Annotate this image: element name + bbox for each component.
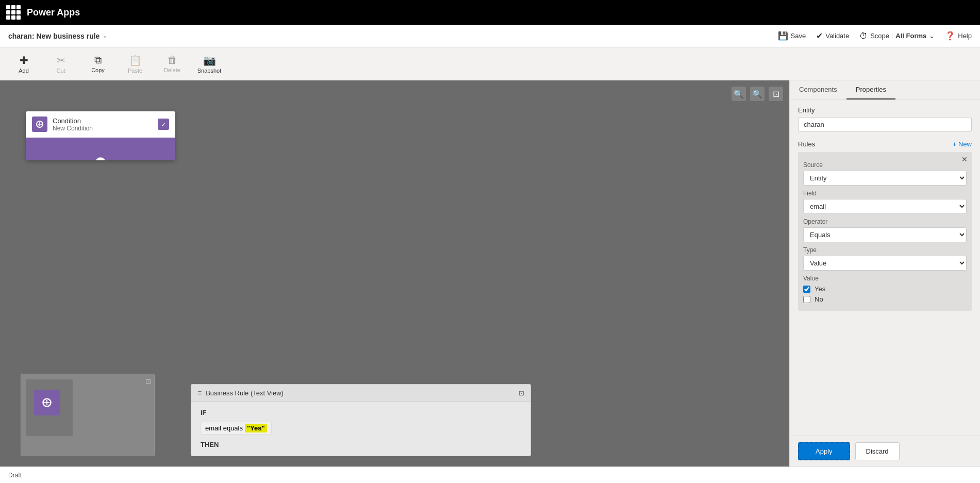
field-label: Field [803, 190, 967, 197]
textview-if-label: IF [201, 409, 521, 417]
toolbar: ✚ Add ✂ Cut ⧉ Copy 📋 Paste 🗑 Delete 📷 Sn… [0, 47, 980, 80]
textview-condition-value: "Yes" [245, 424, 267, 432]
headerbar-left: charan: New business rule ⌄ [8, 32, 107, 40]
main-area: 🔍 🔍 ⊡ Condition [0, 80, 980, 467]
rules-label: Rules [798, 140, 815, 148]
yes-checkbox[interactable] [803, 286, 810, 293]
operator-select[interactable]: Equals Does Not Equal Contains Begins Wi… [803, 227, 967, 242]
right-panel: Components Properties Entity Rules + New… [789, 80, 980, 467]
type-select[interactable]: Value Field Formula [803, 256, 967, 271]
tab-components[interactable]: Components [790, 80, 846, 99]
snapshot-button[interactable]: 📷 Snapshot [192, 51, 227, 77]
textview-panel: ≡ Business Rule (Text View) ⊡ IF email e… [191, 384, 531, 456]
panel-footer: Apply Discard [790, 436, 980, 467]
canvas-controls: 🔍 🔍 ⊡ [732, 87, 783, 101]
save-button[interactable]: 💾 Save [778, 31, 806, 41]
help-icon: ❓ [945, 31, 955, 41]
textview-then-label: THEN [201, 441, 521, 448]
copy-button[interactable]: ⧉ Copy [80, 51, 115, 77]
operator-label: Operator [803, 218, 967, 225]
apply-button[interactable]: Apply [798, 442, 850, 460]
waffle-menu[interactable] [6, 5, 21, 20]
fit-screen-button[interactable]: ⊡ [769, 87, 783, 101]
save-icon: 💾 [778, 31, 788, 41]
no-checkbox-row: No [803, 295, 967, 303]
field-select[interactable]: email name phone [803, 199, 967, 214]
scope-button[interactable]: ⏱ Scope : All Forms ⌄ [859, 31, 935, 41]
scope-chevron: ⌄ [929, 32, 935, 40]
no-checkbox[interactable] [803, 296, 810, 303]
headerbar: charan: New business rule ⌄ 💾 Save ✔ Val… [0, 25, 980, 47]
value-section: Value Yes No [803, 275, 967, 303]
delete-icon: 🗑 [167, 54, 177, 66]
minimap-node [34, 390, 60, 415]
zoom-in-button[interactable]: 🔍 [750, 87, 765, 101]
rule-title-chevron[interactable]: ⌄ [103, 32, 107, 39]
panel-tabs: Components Properties [790, 80, 980, 100]
cut-button[interactable]: ✂ Cut [43, 51, 78, 77]
textview-title: Business Rule (Text View) [206, 389, 284, 397]
no-label[interactable]: No [815, 295, 823, 303]
app-title: Power Apps [27, 7, 80, 18]
validate-icon: ✔ [816, 31, 823, 41]
tab-properties[interactable]: Properties [846, 80, 895, 99]
paste-icon: 📋 [129, 54, 142, 66]
copy-icon: ⧉ [94, 54, 102, 66]
paste-button[interactable]: 📋 Paste [118, 51, 153, 77]
condition-text-block: Condition New Condition [53, 117, 93, 132]
condition-header: Condition New Condition ✓ [26, 111, 175, 138]
textview-expand-button[interactable]: ⊡ [519, 389, 524, 397]
topbar: Power Apps [0, 0, 980, 25]
yes-label[interactable]: Yes [815, 285, 825, 293]
textview-condition: email equals "Yes" [201, 422, 272, 435]
help-button[interactable]: ❓ Help [945, 31, 972, 41]
condition-node-icon [32, 116, 47, 132]
entity-input[interactable] [798, 117, 972, 132]
value-label: Value [803, 275, 967, 282]
minimap: ⊡ [21, 374, 155, 456]
zoom-in-icon: 🔍 [752, 89, 762, 99]
source-select[interactable]: Entity User System [803, 171, 967, 186]
fit-screen-icon: ⊡ [773, 89, 779, 99]
zoom-out-button[interactable]: 🔍 [732, 87, 746, 101]
entity-label: Entity [798, 106, 972, 114]
new-rule-button[interactable]: + New [953, 140, 972, 148]
textview-icon: ≡ [197, 389, 202, 397]
rule-card: ✕ Source Entity User System Field email … [798, 152, 972, 311]
delete-button[interactable]: 🗑 Delete [155, 51, 190, 77]
zoom-out-icon: 🔍 [734, 89, 744, 99]
add-icon: ✚ [20, 54, 28, 66]
source-label: Source [803, 161, 967, 169]
condition-title: Condition [53, 117, 93, 125]
textview-header: ≡ Business Rule (Text View) ⊡ [191, 385, 530, 402]
canvas[interactable]: 🔍 🔍 ⊡ Condition [0, 80, 789, 467]
condition-check-icon: ✓ [158, 119, 169, 130]
textview-condition-text: email equals [205, 424, 243, 432]
rule-close-button[interactable]: ✕ [961, 155, 968, 163]
validate-button[interactable]: ✔ Validate [816, 31, 849, 41]
statusbar: Draft [0, 467, 980, 483]
discard-button[interactable]: Discard [855, 442, 900, 460]
rule-title: charan: New business rule [8, 32, 99, 40]
rules-header: Rules + New [798, 140, 972, 148]
condition-subtitle: New Condition [53, 125, 93, 132]
status-text: Draft [8, 472, 22, 479]
snapshot-icon: 📷 [203, 54, 216, 66]
panel-body: Entity Rules + New ✕ Source Entity User … [790, 100, 980, 436]
condition-node[interactable]: Condition New Condition ✓ ✕ [26, 111, 175, 160]
headerbar-right: 💾 Save ✔ Validate ⏱ Scope : All Forms ⌄ … [778, 31, 972, 41]
type-label: Type [803, 246, 967, 254]
scope-icon: ⏱ [859, 31, 868, 41]
minimap-expand-button[interactable]: ⊡ [145, 377, 151, 385]
cut-icon: ✂ [57, 54, 65, 66]
yes-checkbox-row: Yes [803, 285, 967, 293]
minimap-inner [26, 379, 73, 436]
textview-body: IF email equals "Yes" THEN [191, 402, 530, 456]
add-button[interactable]: ✚ Add [6, 51, 41, 77]
